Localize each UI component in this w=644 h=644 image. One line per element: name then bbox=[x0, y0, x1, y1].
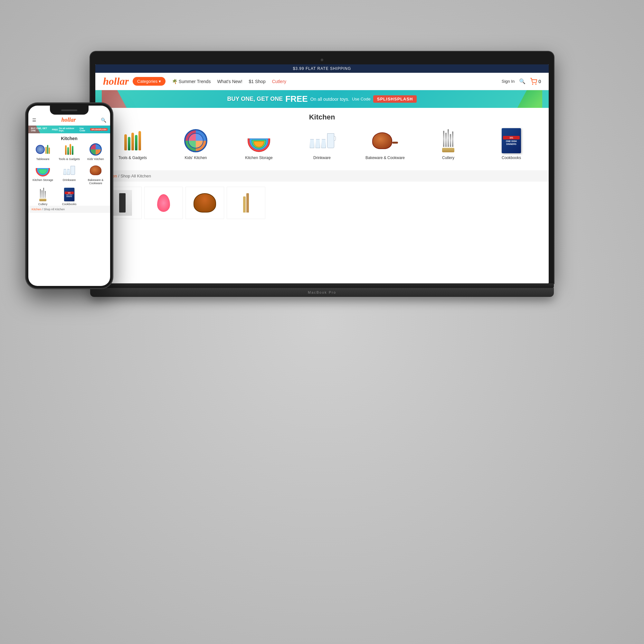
phone-kitchen-title: Kitchen bbox=[28, 133, 110, 142]
phone-storage-img bbox=[34, 163, 51, 177]
phone-screen: ☰ hollar 🔍 BUY ONE, GET ONE FREE On all … bbox=[28, 106, 110, 286]
phone-cutlery-img bbox=[34, 187, 51, 202]
laptop: $3.99 FLAT RATE SHIPPING hollar Categori… bbox=[90, 52, 554, 297]
phone-promo-banner: BUY ONE, GET ONE FREE On all outdoor toy… bbox=[28, 126, 110, 133]
phone-promo-sub: On all outdoor toys. bbox=[59, 127, 79, 132]
cat-drinkware-label: Drinkware bbox=[313, 156, 331, 160]
cat-cookbooks[interactable]: 101 ONE DISH DINNERS Cookbooks bbox=[482, 128, 541, 160]
cat-bakeware-label: Bakeware & Cookware bbox=[365, 156, 405, 160]
phone: ☰ hollar 🔍 BUY ONE, GET ONE FREE On all … bbox=[26, 103, 113, 289]
phone-promo-text: BUY ONE, GET ONE bbox=[31, 127, 51, 132]
laptop-screen: $3.99 FLAT RATE SHIPPING hollar Categori… bbox=[95, 64, 549, 283]
product-4[interactable] bbox=[227, 187, 265, 219]
top-bar-text: $3.99 FLAT RATE SHIPPING bbox=[293, 66, 351, 71]
phone-breadcrumb-current: / Shop All Kitchen bbox=[42, 208, 65, 211]
tools-gadgets-image bbox=[118, 128, 147, 154]
phone-cat-bakeware-label: Bakeware & Cookware bbox=[84, 178, 108, 185]
drinkware-image bbox=[308, 128, 336, 154]
breadcrumb-bar: Kitchen / Shop All Kitchen bbox=[95, 170, 549, 182]
phone-cat-storage[interactable]: Kitchen Storage bbox=[31, 163, 55, 185]
cutlery-image bbox=[434, 128, 463, 154]
phone-content: ☰ hollar 🔍 BUY ONE, GET ONE FREE On all … bbox=[28, 106, 110, 286]
breadcrumb-current: Shop All Kitchen bbox=[120, 174, 151, 178]
kitchen-title: Kitchen bbox=[103, 113, 541, 121]
header-right: Sign In 🔍 0 bbox=[502, 78, 541, 85]
promo-text1: BUY ONE, GET ONE bbox=[227, 96, 283, 102]
hollar-logo: hollar bbox=[103, 75, 129, 87]
site-header: hollar Categories ▾ 🌴 Summer Trends What… bbox=[95, 73, 549, 90]
phone-cat-tools-label: Tools & Gadgets bbox=[59, 157, 80, 161]
kids-kitchen-image bbox=[181, 128, 210, 154]
categories-grid: Tools & Gadgets Kids' K bbox=[103, 128, 541, 160]
cart-count: 0 bbox=[538, 79, 541, 84]
phone-cat-storage-label: Kitchen Storage bbox=[33, 178, 53, 182]
product-3[interactable] bbox=[185, 187, 224, 219]
cat-kids-label: Kids' Kitchen bbox=[185, 156, 207, 160]
promo-right-decor bbox=[516, 90, 542, 108]
phone-cat-bakeware[interactable]: Bakeware & Cookware bbox=[84, 163, 108, 185]
phone-cat-kids[interactable]: Kids' Kitchen bbox=[84, 142, 108, 161]
cat-bakeware[interactable]: Bakeware & Cookware bbox=[355, 128, 415, 160]
phone-bakeware-img bbox=[87, 163, 104, 177]
phone-promo-use: Use Code bbox=[80, 127, 89, 132]
phone-tools-img bbox=[61, 142, 78, 156]
cat-kids-kitchen[interactable]: Kids' Kitchen bbox=[166, 128, 225, 160]
cookbooks-image: 101 ONE DISH DINNERS bbox=[497, 128, 526, 154]
phone-categories-grid: Tableware Tools & Gadgets bbox=[28, 142, 110, 206]
phone-promo-code: SPLISHSPLASH bbox=[90, 128, 108, 131]
phone-cat-drinkware[interactable]: Drinkware bbox=[57, 163, 81, 185]
phone-promo-free: FREE bbox=[52, 128, 58, 131]
cat-cookbooks-label: Cookbooks bbox=[502, 156, 521, 160]
cat-cutlery[interactable]: Cutlery bbox=[419, 128, 478, 160]
chevron-down-icon: ▾ bbox=[159, 79, 161, 84]
svg-point-1 bbox=[536, 84, 536, 84]
cat-storage-label: Kitchen Storage bbox=[245, 156, 272, 160]
laptop-camera-bar bbox=[95, 57, 549, 64]
phone-cat-cutlery-label: Cutlery bbox=[38, 203, 48, 206]
phone-cat-cutlery[interactable]: Cutlery bbox=[31, 187, 55, 206]
phone-menu-icon[interactable]: ☰ bbox=[32, 118, 36, 123]
cart-icon bbox=[530, 78, 537, 85]
phone-cat-cookbooks[interactable]: 101 ONE DISH DINNERS Cookbooks bbox=[57, 187, 81, 206]
product-2[interactable] bbox=[144, 187, 183, 219]
nav-item-summer[interactable]: 🌴 Summer Trends bbox=[172, 79, 211, 84]
phone-logo: hollar bbox=[61, 117, 76, 123]
phone-header: ☰ hollar 🔍 bbox=[28, 115, 110, 126]
main-nav: 🌴 Summer Trends What's New! $1 Shop Cutl… bbox=[172, 79, 286, 84]
phone-cat-tableware-label: Tableware bbox=[36, 157, 49, 161]
phone-breadcrumb: Kitchen / Shop All Kitchen bbox=[28, 206, 110, 213]
phone-kids-img bbox=[87, 142, 104, 156]
phone-cat-kids-label: Kids' Kitchen bbox=[87, 157, 104, 161]
phone-cat-tableware[interactable]: Tableware bbox=[31, 142, 55, 161]
nav-item-new[interactable]: What's New! bbox=[217, 79, 242, 84]
promo-free: FREE bbox=[285, 94, 308, 104]
phone-speaker bbox=[61, 109, 77, 111]
phone-cat-cookbooks-label: Cookbooks bbox=[62, 203, 76, 206]
phone-search-icon[interactable]: 🔍 bbox=[101, 118, 106, 123]
phone-cookbooks-img: 101 ONE DISH DINNERS bbox=[61, 187, 78, 202]
laptop-brand-label: MacBook Pro bbox=[308, 290, 336, 294]
categories-button[interactable]: Categories ▾ bbox=[133, 77, 166, 86]
cart-button[interactable]: 0 bbox=[530, 78, 541, 85]
laptop-camera bbox=[321, 59, 323, 61]
cat-cutlery-label: Cutlery bbox=[442, 156, 454, 160]
search-icon[interactable]: 🔍 bbox=[519, 78, 526, 84]
categories-label: Categories bbox=[137, 79, 157, 84]
site-main: Kitchen bbox=[95, 108, 549, 170]
phone-notch bbox=[50, 106, 89, 115]
promo-banner: BUY ONE, GET ONE FREE On all outdoor toy… bbox=[95, 90, 549, 108]
bakeware-image bbox=[371, 128, 400, 154]
cat-kitchen-storage[interactable]: Kitchen Storage bbox=[229, 128, 289, 160]
laptop-screen-outer: $3.99 FLAT RATE SHIPPING hollar Categori… bbox=[90, 52, 554, 283]
phone-cat-tools[interactable]: Tools & Gadgets bbox=[57, 142, 81, 161]
svg-point-0 bbox=[533, 84, 533, 84]
nav-item-dollar[interactable]: $1 Shop bbox=[249, 79, 266, 84]
phone-cat-drinkware-label: Drinkware bbox=[63, 178, 76, 182]
promo-code-badge: SPLISHSPLASH bbox=[373, 95, 417, 103]
laptop-bottom: MacBook Pro bbox=[90, 288, 554, 297]
phone-breadcrumb-link[interactable]: Kitchen bbox=[32, 208, 41, 211]
nav-item-clearance[interactable]: Cutlery bbox=[272, 79, 286, 84]
top-bar: $3.99 FLAT RATE SHIPPING bbox=[95, 64, 549, 73]
sign-in-link[interactable]: Sign In bbox=[502, 79, 515, 84]
cat-drinkware[interactable]: Drinkware bbox=[292, 128, 352, 160]
